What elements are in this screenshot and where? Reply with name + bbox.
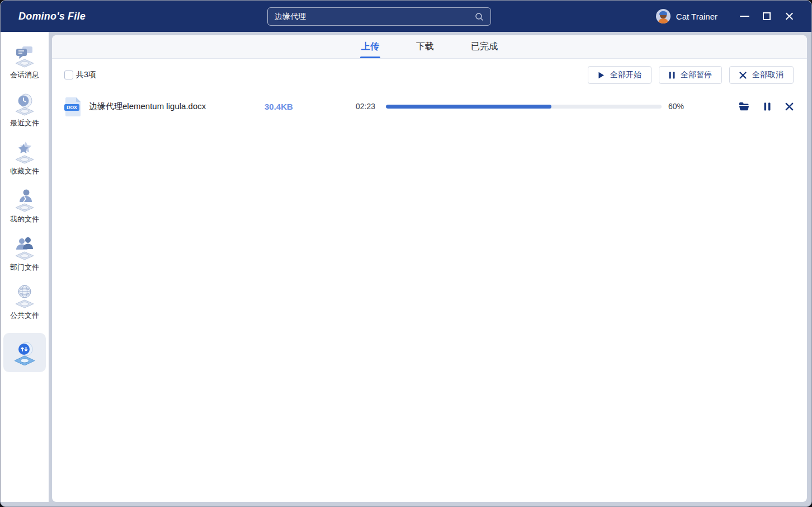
sidebar-item-label: 最近文件 <box>10 118 39 128</box>
avatar-cap <box>659 11 667 15</box>
sidebar-item-session-messages[interactable]: 会话消息 <box>3 39 46 86</box>
transfer-list-icon <box>12 340 37 365</box>
maximize-button[interactable] <box>756 6 778 26</box>
sidebar-item-favorite-files[interactable]: 收藏文件 <box>3 135 46 182</box>
chat-messages-icon <box>12 42 37 68</box>
sidebar-item-department-files[interactable]: 部门文件 <box>3 231 46 278</box>
my-files-icon <box>12 186 37 212</box>
app-title: Domino's File <box>18 11 86 22</box>
file-name: 边缘代理elementum ligula.docx <box>89 101 265 112</box>
close-button[interactable] <box>778 6 800 26</box>
tab-download-label: 下载 <box>416 41 434 53</box>
pause-icon <box>764 102 771 111</box>
minimize-icon <box>740 16 749 17</box>
play-icon <box>598 72 605 79</box>
select-all-checkbox[interactable] <box>64 71 73 79</box>
tab-completed[interactable]: 已完成 <box>470 35 499 58</box>
sidebar-item-recent-files[interactable]: 最近文件 <box>3 87 46 134</box>
transfer-row: DOX 边缘代理elementum ligula.docx 30.4KB 02:… <box>52 94 807 119</box>
tab-completed-label: 已完成 <box>471 41 498 53</box>
favorite-files-icon <box>12 138 37 164</box>
titlebar-right: Cat Trainer <box>656 1 811 32</box>
public-files-icon <box>12 283 37 308</box>
close-icon <box>785 12 794 21</box>
sidebar-item-public-files[interactable]: 公共文件 <box>3 279 46 326</box>
cancel-all-button[interactable]: 全部取消 <box>729 66 794 84</box>
open-folder-button[interactable] <box>739 102 749 111</box>
pause-all-button[interactable]: 全部暂停 <box>659 66 722 84</box>
avatar-body <box>658 18 668 24</box>
docx-file-icon: DOX <box>64 96 82 116</box>
sidebar-item-my-files[interactable]: 我的文件 <box>3 183 46 230</box>
start-all-label: 全部开始 <box>610 70 641 80</box>
svg-text:DOX: DOX <box>67 105 77 110</box>
search-icon[interactable] <box>475 12 484 21</box>
sidebar-item-transfer-list[interactable] <box>3 333 46 372</box>
pause-transfer-button[interactable] <box>764 102 771 111</box>
main-panel: 上传 下载 已完成 共3项 全部开始 <box>52 35 807 502</box>
progress-bar <box>386 105 662 109</box>
titlebar: Domino's File Cat Trainer <box>1 1 811 32</box>
toolbar: 共3项 全部开始 全部暂停 <box>52 59 807 88</box>
department-files-icon <box>12 234 37 260</box>
row-actions <box>688 102 794 111</box>
tab-upload[interactable]: 上传 <box>360 35 380 58</box>
cancel-icon <box>739 72 747 79</box>
recent-files-icon <box>12 90 37 116</box>
sidebar-item-label: 部门文件 <box>10 262 39 273</box>
toolbar-buttons: 全部开始 全部暂停 全部取消 <box>588 66 794 84</box>
sidebar-item-label: 我的文件 <box>10 214 39 224</box>
user-name: Cat Trainer <box>676 12 717 21</box>
cancel-transfer-button[interactable] <box>785 102 794 111</box>
sidebar-item-label: 收藏文件 <box>10 166 39 176</box>
item-count-label: 共3项 <box>76 70 96 80</box>
folder-icon <box>739 102 749 111</box>
cancel-all-label: 全部取消 <box>752 70 783 80</box>
progress-fill <box>386 105 551 109</box>
progress-percent-label: 60% <box>668 102 688 111</box>
minimize-button[interactable] <box>733 6 756 26</box>
start-all-button[interactable]: 全部开始 <box>588 66 652 84</box>
sidebar: 会话消息 最近文件 收藏文件 <box>1 32 49 502</box>
sidebar-item-label: 会话消息 <box>10 70 39 80</box>
sidebar-item-label: 公共文件 <box>10 311 39 321</box>
tab-bar: 上传 下载 已完成 <box>52 35 807 59</box>
search-input[interactable] <box>268 8 475 25</box>
search-box[interactable] <box>267 7 491 26</box>
active-tab-underline <box>360 57 380 58</box>
user-avatar[interactable] <box>656 9 671 24</box>
time-remaining: 02:23 <box>356 102 378 111</box>
file-size: 30.4KB <box>265 102 356 111</box>
pause-all-label: 全部暂停 <box>681 70 712 80</box>
maximize-icon <box>763 12 771 20</box>
pause-icon <box>669 72 675 79</box>
tab-download[interactable]: 下载 <box>415 35 435 58</box>
app-window: Domino's File Cat Trainer <box>0 0 812 507</box>
tab-upload-label: 上传 <box>361 41 379 53</box>
window-controls <box>733 6 800 26</box>
close-icon <box>785 102 794 111</box>
